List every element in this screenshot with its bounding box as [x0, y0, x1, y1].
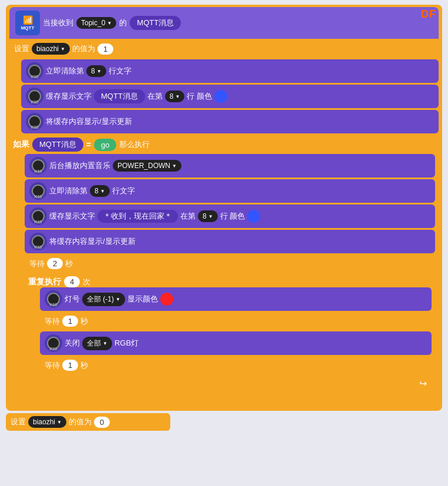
update-label2: 将缓存内容显示/显示更新	[49, 236, 136, 247]
wait3-value: 1	[62, 360, 78, 371]
buffer-label2: 在第	[147, 91, 163, 102]
loop-arrow: ↪	[28, 376, 432, 391]
set-label2: 的值为	[72, 43, 95, 54]
trigger-label2: 的	[119, 18, 127, 28]
buffer-text1-block: K10 缓存显示文字 MQTT消息 在第 8 行 颜色	[21, 85, 439, 108]
wait3-label1: 等待	[45, 360, 60, 371]
repeat-container: 重复执行 4 次 K10 灯号 全部 (-1) 显示颜色	[25, 274, 435, 394]
close-target-dropdown[interactable]: 全部	[82, 337, 112, 350]
if-value-pill: go	[94, 139, 116, 151]
clear2-label1: 立即清除第	[49, 186, 87, 196]
buffer2-label1: 缓存显示文字	[49, 211, 95, 222]
wait1-label1: 等待	[29, 259, 45, 269]
wait2-label2: 秒	[80, 316, 88, 327]
repeat-label2: 次	[83, 277, 90, 287]
close-label1: 关闭	[65, 338, 80, 348]
repeat-value: 4	[64, 276, 80, 287]
buffer2-label2: 在第	[180, 211, 196, 222]
update-display2-block: K10 将缓存内容显示/显示更新	[25, 230, 435, 253]
k10-icon-5: K10	[29, 182, 47, 200]
mqtt-trigger-block: 📶 MQTT 当接收到 Topic_0 的 MQTT消息	[9, 7, 439, 39]
spacer-bar	[13, 396, 177, 402]
music-dropdown[interactable]: POWER_DOWN	[113, 160, 181, 172]
if-keyword: 如果	[13, 139, 29, 150]
clear-label1: 立即清除第	[46, 66, 84, 76]
close-led-block: K10 关闭 全部 RGB灯	[40, 331, 432, 355]
trigger-label1: 当接收到	[43, 18, 73, 28]
repeat-header: 重复执行 4 次	[28, 276, 432, 287]
row-dropdown-2[interactable]: 8	[165, 91, 185, 102]
buffer2-label3: 行 颜色	[220, 211, 245, 222]
main-container: 📶 MQTT 当接收到 Topic_0 的 MQTT消息 设置 biaozhi …	[6, 5, 442, 411]
set2-label2: 的值为	[69, 417, 92, 427]
df-logo: DF	[421, 8, 436, 21]
k10-icon-1: K10	[26, 62, 43, 80]
k10-icon-6: K10	[29, 207, 47, 225]
mqtt-text-pill: MQTT消息	[94, 89, 145, 103]
color-red-dot[interactable]	[160, 293, 173, 306]
if-header: 如果 MQTT消息 = go 那么执行	[13, 138, 435, 152]
value-pill: 1	[97, 43, 113, 55]
row-dropdown-1[interactable]: 8	[86, 65, 106, 77]
then-label: 那么执行	[119, 139, 150, 150]
clear-label2: 行文字	[109, 66, 132, 76]
var-dropdown[interactable]: biaozhi	[32, 43, 70, 55]
music-label1: 后台播放内置音乐	[49, 160, 110, 171]
wait2-value: 1	[62, 316, 78, 327]
clear-row2-block: K10 立即清除第 8 行文字	[25, 179, 435, 203]
play-music-block: K10 后台播放内置音乐 POWER_DOWN	[25, 154, 435, 177]
led-label2: 显示颜色	[127, 294, 158, 304]
close-label2: RGB灯	[114, 338, 139, 348]
k10-icon-8: K10	[45, 290, 62, 308]
row-dropdown-3[interactable]: 8	[90, 185, 110, 197]
topic-dropdown[interactable]: Topic_0	[76, 17, 116, 29]
value2-pill: 0	[94, 417, 110, 428]
set-label1: 设置	[14, 43, 29, 54]
update-display1-block: K10 将缓存内容显示/显示更新	[21, 110, 439, 133]
led-target-dropdown[interactable]: 全部 (-1)	[82, 293, 125, 306]
wait1-label2: 秒	[65, 259, 73, 269]
wait2-label1: 等待	[45, 316, 60, 327]
var2-dropdown[interactable]: biaozhi	[28, 416, 66, 428]
buffer-label3: 行 颜色	[187, 91, 212, 102]
k10-icon-7: K10	[29, 233, 47, 250]
if-var-pill: MQTT消息	[32, 138, 83, 152]
k10-icon-4: K10	[29, 157, 47, 175]
buffer-label1: 缓存显示文字	[46, 91, 92, 102]
update-label1: 将缓存内容显示/显示更新	[46, 116, 132, 127]
buffer-text2-block: K10 缓存显示文字 ＊收到，现在回家＊ 在第 8 行 颜色	[25, 205, 435, 228]
wait3-label2: 秒	[80, 360, 88, 371]
led-label1: 灯号	[65, 294, 80, 304]
set2-label1: 设置	[11, 417, 26, 427]
wait3-block: 等待 1 秒	[40, 357, 128, 374]
if-container: 如果 MQTT消息 = go 那么执行 K10 后台播放内置音乐 POWER_D…	[9, 135, 439, 405]
clear2-label2: 行文字	[112, 186, 135, 196]
color-blue-dot[interactable]	[214, 90, 227, 103]
set-var-block: 设置 biaozhi 的值为 1	[9, 40, 439, 58]
home-text-pill: ＊收到，现在回家＊	[97, 210, 178, 223]
repeat-label1: 重复执行	[28, 277, 61, 287]
clear-row1-block: K10 立即清除第 8 行文字	[21, 59, 439, 83]
mqtt-message-pill: MQTT消息	[130, 16, 181, 30]
k10-icon-2: K10	[26, 88, 43, 105]
wait2-block: 等待 1 秒	[40, 313, 128, 330]
k10-icon-9: K10	[45, 334, 62, 352]
led-block: K10 灯号 全部 (-1) 显示颜色	[40, 287, 432, 311]
wait1-value: 2	[47, 258, 63, 269]
row-dropdown-4[interactable]: 8	[198, 210, 218, 222]
k10-icon-3: K10	[26, 113, 43, 130]
wait1-block: 等待 2 秒	[25, 255, 119, 272]
set-var2-block: 设置 biaozhi 的值为 0	[6, 413, 170, 431]
mqtt-icon: 📶 MQTT	[15, 11, 40, 35]
color-blue-dot-2[interactable]	[247, 210, 260, 223]
equals-sign: =	[86, 140, 91, 149]
